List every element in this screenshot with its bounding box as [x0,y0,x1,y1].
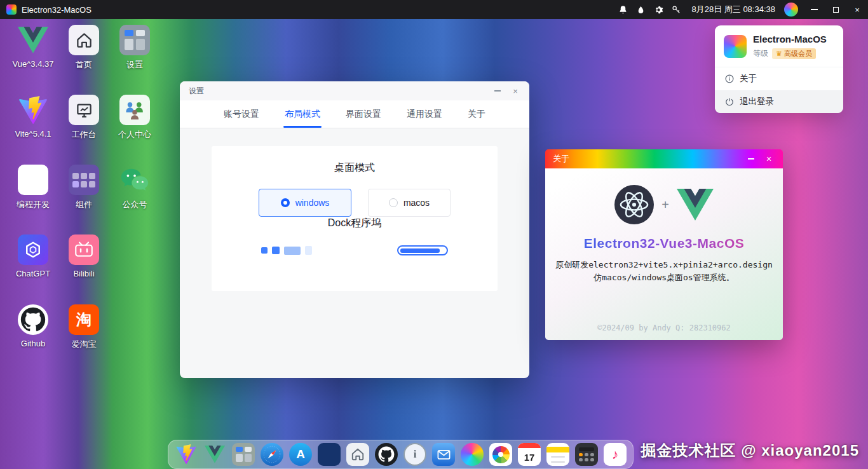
settings-close-button[interactable]: × [506,83,524,99]
desktop-icon-label: 工作台 [72,129,97,140]
dock-info-icon[interactable]: i [403,443,426,466]
about-window-titlebar[interactable]: 关于 × [545,149,783,168]
option-windows[interactable]: windows [259,189,351,217]
option-macos[interactable]: macos [368,189,451,217]
about-description-line1: 原创研发electron32+vite5.x+pinia2+arco.desig… [545,259,783,271]
dock-size-large [284,247,301,255]
window-close-button[interactable]: × [846,0,868,19]
desktop-mode-heading: 桌面模式 [212,161,498,175]
desktop-icon-bilibili[interactable]: Bilibili [58,234,109,304]
tab-general-settings[interactable]: 通用设置 [405,100,444,128]
dock-appstore-icon[interactable]: A [289,443,312,466]
workbench-monitor-icon [68,94,100,126]
user-menu-avatar [724,35,747,58]
desktop-icon-home[interactable]: 首页 [58,24,109,94]
settings-minimize-button[interactable] [489,83,506,99]
window-maximize-button[interactable] [825,0,846,19]
vue-icon [17,24,49,56]
desktop-icon-label: ChatGPT [16,269,50,278]
dock-size-selector[interactable] [261,246,312,255]
desktop-icon-label: Vue^3.4.37 [13,59,54,69]
desktop-icon-profile[interactable]: 个人中心 [109,94,160,164]
dock-github-icon[interactable] [375,443,398,466]
dock-notes-icon[interactable] [546,443,569,466]
dock-size-small [261,247,268,254]
about-minimize-button[interactable] [742,151,760,167]
tab-interface-settings[interactable]: 界面设置 [344,100,383,128]
about-close-button[interactable]: × [760,151,778,167]
desktop-icon-dev[interactable]: 编程开发 [8,164,58,234]
close-icon: × [855,6,860,14]
topbar-right: 8月28日 周三 08:34:38 × [614,0,868,19]
dock-home-icon[interactable] [346,443,369,466]
dock-photos-icon[interactable] [489,443,512,466]
menu-item-logout[interactable]: 退出登录 [715,90,843,113]
dock-size-slider[interactable] [397,245,448,255]
settings-window-title: 设置 [189,86,204,97]
maximize-icon [833,7,839,13]
desktop-icon-vue[interactable]: Vue^3.4.37 [8,24,58,94]
vue-logo-icon [677,189,714,221]
notification-bell-icon[interactable] [614,0,632,19]
desktop-icon-taobao[interactable]: 淘 爱淘宝 [58,304,109,374]
minimize-icon [494,90,501,92]
desktop-root: Electron32-MacOS 8月28日 周三 08:34:38 × [0,0,868,469]
notes-line [551,456,565,458]
dock-mail-icon[interactable] [432,443,455,466]
desktop-icon-label: 公众号 [123,199,147,210]
watermark-text: 掘金技术社区 @ xiaoyan2015 [641,440,859,461]
desktop-icon-label: 组件 [76,199,92,210]
desktop-mode-options: windows macos [212,189,498,217]
desktop-icon-settings[interactable]: 设置 [109,24,160,94]
dock-calendar-icon[interactable]: 17 [518,443,541,466]
settings-gear-icon[interactable] [649,0,667,19]
desktop-icon-github[interactable]: Github [8,304,58,374]
menu-item-about[interactable]: 关于 [715,67,843,90]
app-title: Electron32-MacOS [22,5,92,15]
about-window-title: 关于 [553,153,569,165]
theme-ink-icon[interactable] [632,0,649,19]
desktop-icon-components[interactable]: 组件 [58,164,109,234]
bilibili-icon [68,234,100,266]
minimize-icon [811,9,818,10]
taobao-icon: 淘 [68,304,100,336]
desktop-icon-label: 设置 [126,59,143,71]
dock-vue-icon[interactable] [203,443,226,466]
dev-grid-icon [17,164,49,196]
about-logos: + [545,168,783,224]
dock-vite-icon[interactable] [175,443,198,466]
dock-launchpad-icon[interactable] [318,443,341,466]
github-icon [17,304,49,336]
settings-window: 设置 × 账号设置 布局模式 界面设置 通用设置 关于 桌面模式 windows [180,81,529,378]
desktop-icon-label: Github [21,339,45,348]
about-description-line2: 仿macos/windows桌面os管理系统。 [545,271,783,284]
key-icon[interactable] [667,0,685,19]
menu-item-about-label: 关于 [740,73,757,85]
dock-components-icon[interactable] [232,443,255,466]
dock-calculator-icon[interactable] [575,443,598,466]
desktop-icon-label: 爱淘宝 [72,339,97,350]
calculator-keys [579,453,594,461]
calculator-display [579,447,594,451]
settings-window-titlebar[interactable]: 设置 × [180,81,529,100]
appstore-letter: A [296,447,305,461]
desktop-icon-vite[interactable]: Vite^5.4.1 [8,94,58,164]
window-minimize-button[interactable] [803,0,825,19]
photos-pinwheel [492,446,510,463]
desktop-icon-chatgpt[interactable]: ChatGPT [8,234,58,304]
clock-datetime: 8月28日 周三 08:34:38 [691,4,775,15]
desktop-icon-workbench[interactable]: 工作台 [58,94,109,164]
dock-siri-icon[interactable] [461,443,484,466]
dock-music-icon[interactable]: ♪ [604,443,627,466]
tab-about[interactable]: 关于 [466,100,487,128]
dock-safari-icon[interactable] [261,443,283,466]
info-icon [725,74,734,83]
desktop-icon-wechat[interactable]: 公众号 [109,164,160,234]
user-avatar[interactable] [784,3,798,17]
radio-selected-icon [281,198,290,207]
tab-layout-mode[interactable]: 布局模式 [283,100,322,128]
components-grid-icon [68,164,100,196]
user-dropdown-menu: Electron-MacOS 等级 ♛高级会员 关于 退出登录 [715,25,843,113]
tab-account-settings[interactable]: 账号设置 [222,100,261,128]
vip-badge: ♛高级会员 [772,48,816,59]
